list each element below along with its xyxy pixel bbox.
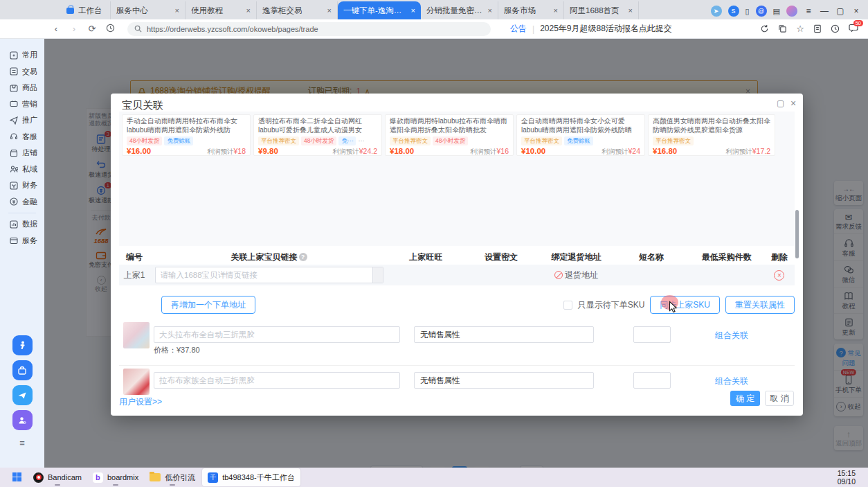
confirm-button[interactable]: 确 定 <box>730 391 760 406</box>
forward-icon[interactable]: › <box>65 24 83 34</box>
link-input-addon[interactable] <box>372 267 383 283</box>
announcement-label: 公告 <box>510 23 527 35</box>
return-address-cell[interactable]: 退货地址 <box>539 269 614 281</box>
tab-close-icon[interactable]: × <box>488 7 492 15</box>
paper-plane-icon[interactable]: ➤ <box>711 6 722 17</box>
cancel-button[interactable]: 取 消 <box>765 391 794 406</box>
start-button[interactable] <box>7 468 28 486</box>
tab-label: 逸掌柜交易 <box>262 6 323 16</box>
sidebar-collapse-menu-icon[interactable]: ≡ <box>19 438 25 448</box>
sidebar-item-common[interactable]: 常用 <box>0 47 44 64</box>
supplier-link-input[interactable] <box>156 267 372 283</box>
sidebar-item-marketing[interactable]: 营销 <box>0 96 44 113</box>
tab-close-icon[interactable]: × <box>554 7 558 15</box>
browser-menu-icon[interactable]: ≡ <box>804 6 813 16</box>
tab-label: 服务中心 <box>116 6 171 16</box>
app-sidebar: 常用 交易 商品 营销 推广 客服 店铺 私域 财务 金融 数据 服务 ≡ <box>0 39 44 468</box>
sidebar-item-funds[interactable]: 金融 <box>0 194 44 211</box>
sidebar-item-service[interactable]: 客服 <box>0 129 44 145</box>
modal-scrollbar-thumb[interactable] <box>795 210 799 258</box>
supplier-card[interactable]: 高颜值男女晴雨两用伞自动折叠太阳伞防晒防紫外线黑胶遮阳伞货源 平台推荐密文 ¥1… <box>648 114 775 156</box>
sidebar-item-trade[interactable]: 交易 <box>0 64 44 80</box>
app-shortcut-icon-2[interactable] <box>12 360 33 380</box>
sidebar-item-private[interactable]: 私域 <box>0 161 44 178</box>
copy-icon[interactable] <box>778 24 787 33</box>
tab-close-icon[interactable]: × <box>629 7 633 15</box>
maximize-button[interactable]: ▢ <box>835 6 845 16</box>
url-bar[interactable]: https://orderwebs.yzcsoft.com/okoweb/pag… <box>127 22 491 36</box>
tab-1688-home[interactable]: 阿里1688首页 × <box>564 1 639 19</box>
taskbar-clock[interactable]: 15:15 09/10 <box>838 469 868 486</box>
taskbar-app-qianniu-active[interactable]: 千 tb498348-千牛工作台 <box>202 468 300 486</box>
tab-workbench[interactable]: 工作台 <box>61 1 111 19</box>
history-icon[interactable] <box>101 24 119 35</box>
sync-supplier-sku-button[interactable]: 同步上家SKU <box>650 296 720 314</box>
sale-attr-box-1[interactable]: 无销售属性 <box>414 326 594 343</box>
tab-tutorial[interactable]: 使用教程 × <box>186 1 257 19</box>
refresh-icon[interactable]: ⟳ <box>83 24 101 34</box>
sidebar-item-data[interactable]: 数据 <box>0 216 44 233</box>
supplier-card[interactable]: 全自动雨晴两用特雨伞女小众可爱labubu晴雨两用遮阳伞防紫外线防晒 平台推荐密… <box>516 114 645 156</box>
tab-yzg-trade[interactable]: 逸掌柜交易 × <box>257 1 338 19</box>
sidebar-item-goods[interactable]: 商品 <box>0 80 44 96</box>
sidebar-item-promotion[interactable]: 推广 <box>0 112 44 129</box>
supplier-card[interactable]: 透明拉布布雨伞二折伞全自动网红labubu可爱折叠儿童成人动漫男女 平台推荐密文… <box>253 114 382 156</box>
taskbar-app-bandicam[interactable]: Bandicam <box>28 468 87 486</box>
sale-attr-box-2[interactable]: 无销售属性 <box>414 372 594 389</box>
tab-batch-pay[interactable]: 分销批量免密支付 × <box>421 1 498 19</box>
messages-icon[interactable]: 50 <box>849 24 858 35</box>
min-purchase-input-1[interactable] <box>633 326 671 343</box>
tab-label: 分销批量免密支付 <box>426 6 484 16</box>
tab-service-center[interactable]: 服务中心 × <box>111 1 186 19</box>
tag-credit: 免⋯ <box>338 136 356 145</box>
taskbar-app-boardmix[interactable]: b boardmix <box>87 468 144 486</box>
delete-row-icon[interactable]: × <box>774 270 784 281</box>
combo-association-link-2[interactable]: 组合关联 <box>715 375 748 387</box>
phone-plugin-icon[interactable]: ▯ <box>745 7 750 16</box>
address-bar-actions: ☆ 50 <box>760 24 868 35</box>
headset-icon <box>10 132 18 141</box>
sidebar-item-finance[interactable]: 财务 <box>0 177 44 194</box>
supplier-card[interactable]: 爆款雨晴两用特labubu拉布布雨伞晴雨遮阳伞两用折叠太阳伞防晒批发 平台推荐密… <box>385 114 514 156</box>
lightning-plugin-icon[interactable]: S <box>728 6 739 17</box>
clock-time: 15:15 <box>838 469 856 477</box>
min-purchase-input-2[interactable] <box>633 372 671 389</box>
minimize-button[interactable]: — <box>820 6 829 16</box>
site-refresh-icon[interactable] <box>760 24 769 33</box>
tab-service-market[interactable]: 服务市场 × <box>498 1 564 19</box>
user-settings-link[interactable]: 用户设置>> <box>119 396 162 408</box>
profile-avatar[interactable] <box>786 6 797 17</box>
help-icon[interactable]: ? <box>299 253 307 261</box>
clock-icon[interactable] <box>831 24 840 33</box>
short-name-input-1[interactable] <box>154 326 400 343</box>
app-shortcut-icon-4[interactable] <box>12 410 33 430</box>
tab-close-icon[interactable]: × <box>175 7 179 15</box>
modal-maximize-icon[interactable]: ▢ <box>777 98 784 108</box>
tab-one-key-order-active[interactable]: 一键下单-逸淘软件 × <box>338 1 421 19</box>
sidebar-item-shop[interactable]: 店铺 <box>0 145 44 161</box>
supplier-card[interactable]: 手动全自动雨晴两用特拉布布雨伞女labubu晴雨两用遮阳伞防紫外线防 48小时发… <box>122 114 251 156</box>
tag-credit: 免费赊账 <box>564 136 593 145</box>
combo-association-link-1[interactable]: 组合关联 <box>715 330 748 342</box>
modal-close-icon[interactable]: × <box>790 98 796 109</box>
reset-association-button[interactable]: 重置关联属性 <box>725 296 795 314</box>
sidebar-item-services[interactable]: 服务 <box>0 233 44 249</box>
close-button[interactable]: × <box>851 6 861 16</box>
add-order-address-button[interactable]: 再增加一个下单地址 <box>161 296 255 314</box>
taskbar-folder[interactable]: 低价引流 <box>144 468 201 486</box>
tab-close-icon[interactable]: × <box>327 7 332 15</box>
back-icon[interactable]: ‹ <box>47 24 65 34</box>
notes-plugin-icon[interactable]: ▤ <box>773 7 780 16</box>
favorite-star-icon[interactable]: ☆ <box>796 24 804 34</box>
tab-close-icon[interactable]: × <box>411 7 415 15</box>
marketing-icon <box>10 100 18 108</box>
short-name-input-2[interactable] <box>154 372 400 389</box>
assistant-plugin-icon[interactable]: @ <box>756 6 767 17</box>
announcement[interactable]: 公告 | 2025年9月超级88活动报名点此提交 <box>510 23 672 35</box>
show-pending-sku-checkbox[interactable] <box>563 301 572 310</box>
app-shortcut-icon-3[interactable] <box>12 385 33 405</box>
tab-close-icon[interactable]: × <box>246 7 251 15</box>
app-shortcut-icon-1[interactable] <box>12 335 33 355</box>
card-price: ¥18.00 <box>390 147 414 155</box>
page-icon[interactable] <box>813 24 822 33</box>
